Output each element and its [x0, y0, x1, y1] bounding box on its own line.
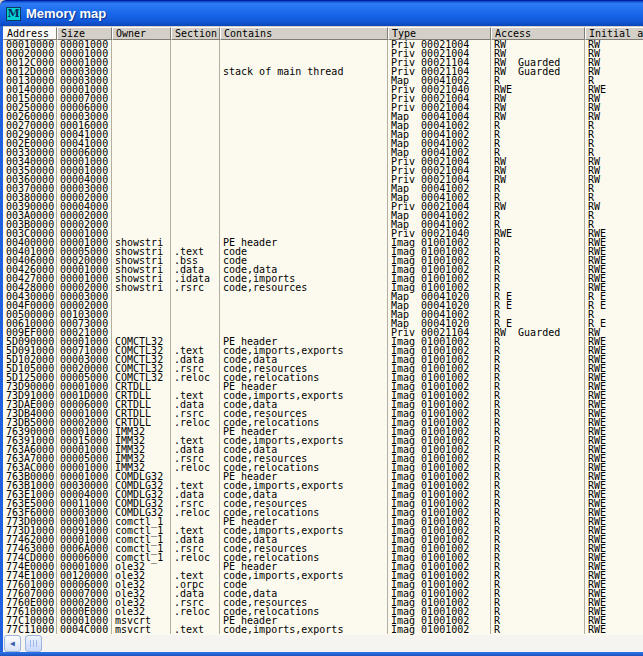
cell-initial_access: RWE	[585, 625, 643, 634]
cell-access: R	[491, 553, 585, 562]
cell-section	[171, 328, 220, 337]
column-header-size[interactable]: Size	[57, 27, 112, 40]
cell-access: R	[491, 265, 585, 274]
cell-access: R	[491, 454, 585, 463]
window-border-bottom	[0, 652, 643, 656]
cell-access: R	[491, 139, 585, 148]
cell-section	[171, 310, 220, 319]
cell-owner: msvcrt	[112, 625, 171, 634]
cell-access: R	[491, 238, 585, 247]
column-header-initial-access[interactable]: Initial acc	[585, 27, 643, 40]
cell-owner	[112, 40, 171, 49]
cell-access: R	[491, 346, 585, 355]
cell-section	[171, 193, 220, 202]
cell-contains	[220, 292, 388, 301]
cell-section	[171, 112, 220, 121]
cell-access: R	[491, 382, 585, 391]
cell-section	[171, 166, 220, 175]
cell-owner	[112, 319, 171, 328]
cell-size: 0004C000	[57, 625, 112, 634]
cell-owner	[112, 211, 171, 220]
column-header-type[interactable]: Type	[388, 27, 491, 40]
window-border-left	[0, 26, 3, 656]
cell-access: R E	[491, 301, 585, 310]
cell-access: R	[491, 589, 585, 598]
cell-section: .text	[171, 625, 220, 634]
cell-contains	[220, 157, 388, 166]
cell-owner	[112, 103, 171, 112]
cell-access: R	[491, 616, 585, 625]
cell-section	[171, 175, 220, 184]
cell-access: R	[491, 490, 585, 499]
cell-owner: showstri	[112, 283, 171, 292]
cell-section: .reloc	[171, 553, 220, 562]
column-header-address[interactable]: Address	[3, 27, 57, 40]
cell-access: R	[491, 481, 585, 490]
cell-section	[171, 292, 220, 301]
cell-owner	[112, 193, 171, 202]
cell-section	[171, 139, 220, 148]
cell-access: R	[491, 391, 585, 400]
titlebar[interactable]: M Memory map	[0, 0, 643, 26]
cell-access: R	[491, 256, 585, 265]
cell-type: Imag 01001002	[388, 625, 491, 634]
cell-contains	[220, 193, 388, 202]
arrow-left-icon: ◀	[10, 640, 15, 648]
scrollbar-thumb[interactable]	[25, 635, 42, 652]
cell-owner	[112, 85, 171, 94]
cell-access: R	[491, 274, 585, 283]
column-header-contains[interactable]: Contains	[220, 27, 388, 40]
cell-section: .reloc	[171, 463, 220, 472]
column-header-owner[interactable]: Owner	[112, 27, 171, 40]
cell-contains	[220, 220, 388, 229]
scroll-left-button[interactable]: ◀	[4, 635, 21, 652]
cell-access: R	[491, 418, 585, 427]
cell-access: RW	[491, 112, 585, 121]
cell-section	[171, 103, 220, 112]
cell-access: R	[491, 355, 585, 364]
cell-contains	[220, 211, 388, 220]
cell-section	[171, 94, 220, 103]
horizontal-scrollbar[interactable]: ◀	[3, 635, 643, 652]
cell-contains	[220, 76, 388, 85]
memory-map-icon: M	[6, 7, 21, 21]
cell-owner	[112, 184, 171, 193]
cell-owner	[112, 76, 171, 85]
cell-access: R	[491, 364, 585, 373]
thumb-grip-icon	[30, 640, 38, 647]
column-header-access[interactable]: Access	[491, 27, 585, 40]
cell-access: R	[491, 121, 585, 130]
cell-owner	[112, 202, 171, 211]
cell-access: R	[491, 580, 585, 589]
cell-owner	[112, 310, 171, 319]
column-header-section[interactable]: Section	[171, 27, 220, 40]
cell-access: R	[491, 517, 585, 526]
cell-access: R	[491, 598, 585, 607]
cell-owner	[112, 67, 171, 76]
cell-access: RW	[491, 202, 585, 211]
cell-owner	[112, 130, 171, 139]
cell-contains	[220, 319, 388, 328]
cell-owner	[112, 292, 171, 301]
cell-access: R	[491, 499, 585, 508]
cell-section: .reloc	[171, 373, 220, 382]
cell-section	[171, 76, 220, 85]
cell-section	[171, 184, 220, 193]
cell-access: R	[491, 130, 585, 139]
cell-access: R	[491, 211, 585, 220]
cell-section	[171, 229, 220, 238]
cell-access: RW Guarded	[491, 328, 585, 337]
cell-access: R	[491, 445, 585, 454]
cell-contains	[220, 94, 388, 103]
cell-access: R	[491, 562, 585, 571]
cell-section	[171, 130, 220, 139]
cell-contains	[220, 112, 388, 121]
table-row[interactable]: 77C110000004C000msvcrt.textcode,imports,…	[3, 625, 643, 634]
cell-owner	[112, 166, 171, 175]
cell-access: R	[491, 436, 585, 445]
window-title: Memory map	[26, 6, 106, 21]
cell-contains	[220, 184, 388, 193]
cell-access: R	[491, 463, 585, 472]
cell-owner	[112, 301, 171, 310]
cell-section: .reloc	[171, 418, 220, 427]
